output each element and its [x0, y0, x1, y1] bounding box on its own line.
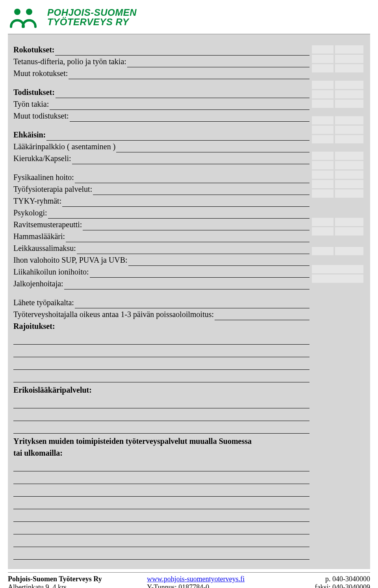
table-cell[interactable] — [335, 55, 363, 63]
table-cell[interactable] — [312, 247, 334, 255]
form-right-column — [312, 44, 370, 560]
blank-line[interactable] — [55, 47, 309, 56]
fys-item-9: Jalkojenhoitaja: — [13, 278, 63, 289]
table-cell[interactable] — [335, 90, 363, 98]
lahete-line2: Työterveyshoitajalla oikeus antaa 1-3 pä… — [13, 308, 214, 320]
table-cell[interactable] — [312, 171, 334, 179]
table-cell[interactable] — [335, 100, 363, 108]
table-cell[interactable] — [312, 275, 363, 283]
blank-line[interactable] — [13, 534, 309, 547]
blank-line[interactable] — [13, 370, 309, 382]
fys-item-7: Ihon valohoito SUP, PUVA ja UVB: — [13, 254, 128, 266]
table-cell[interactable] — [335, 45, 363, 54]
table-cell[interactable] — [312, 55, 334, 63]
table-cell[interactable] — [335, 161, 363, 169]
table-cell[interactable] — [312, 45, 334, 54]
form-left-column: Rokotukset: Tetanus-difteria, polio ja t… — [13, 44, 312, 560]
logo: POHJOIS-SUOMEN TYÖTERVEYS RY — [8, 6, 137, 28]
blank-line[interactable] — [56, 90, 309, 98]
blank-line[interactable] — [75, 175, 309, 183]
table-cell[interactable] — [312, 90, 334, 98]
table-cell[interactable] — [335, 180, 363, 188]
blank-line[interactable] — [83, 222, 309, 230]
footer: Pohjois-Suomen Työterveys Ry Albertinkat… — [8, 573, 370, 588]
footer-company: Pohjois-Suomen Työterveys Ry — [8, 575, 119, 583]
blank-line[interactable] — [46, 132, 309, 141]
fys-item-1: Työfysioterapia palvelut: — [13, 183, 92, 195]
blank-line[interactable] — [70, 113, 309, 122]
footer-web-link[interactable]: www.pohjois-suomentyoterveys.fi — [147, 575, 245, 583]
table-cell[interactable] — [335, 189, 363, 198]
fys-item-4: Ravitsemusterapeutti: — [13, 219, 82, 230]
svg-point-1 — [26, 9, 32, 15]
blank-line[interactable] — [72, 156, 309, 164]
blank-line[interactable] — [90, 269, 309, 278]
table-cell[interactable] — [335, 227, 363, 236]
blank-line[interactable] — [66, 234, 309, 242]
blank-line[interactable] — [62, 198, 309, 207]
blank-line[interactable] — [13, 547, 309, 560]
table-cell[interactable] — [312, 100, 334, 108]
table-cell[interactable] — [312, 135, 334, 143]
blank-line[interactable] — [13, 471, 309, 484]
table-cell[interactable] — [335, 135, 363, 143]
footer-divider — [8, 572, 370, 573]
blank-line[interactable] — [13, 408, 309, 421]
fys-item-6: Leikkaussalimaksu: — [13, 242, 76, 254]
blank-line[interactable] — [93, 187, 309, 195]
table-cell[interactable] — [312, 227, 334, 236]
fys-item-5: Hammaslääkäri: — [13, 230, 65, 242]
table-cell[interactable] — [312, 116, 334, 124]
table-cell[interactable] — [312, 218, 334, 226]
lahete-line1: Lähete työpaikalta: — [13, 297, 74, 308]
rokotukset-item-1: Muut rokotukset: — [13, 67, 68, 79]
blank-line[interactable] — [48, 210, 309, 219]
footer-fax: faksi: 040-3040009 — [259, 583, 370, 588]
blank-line[interactable] — [116, 144, 309, 152]
rokotukset-title: Rokotukset: — [13, 44, 54, 56]
table-cell[interactable] — [312, 180, 334, 188]
rokotukset-item-0: Tetanus-difteria, polio ja työn takia: — [13, 56, 126, 67]
blank-line[interactable] — [13, 497, 309, 509]
todistukset-item-1: Muut todistukset: — [13, 110, 69, 122]
blank-line[interactable] — [128, 258, 309, 266]
table-cell[interactable] — [335, 218, 363, 226]
form-area: Rokotukset: Tetanus-difteria, polio ja t… — [8, 34, 370, 569]
blank-line[interactable] — [13, 332, 309, 345]
blank-line[interactable] — [127, 59, 309, 67]
table-cell[interactable] — [335, 81, 363, 89]
table-cell[interactable] — [335, 116, 363, 124]
blank-line[interactable] — [215, 312, 309, 320]
blank-line[interactable] — [69, 71, 309, 79]
svg-point-0 — [14, 9, 20, 15]
table-cell[interactable] — [312, 126, 334, 134]
table-cell[interactable] — [312, 152, 334, 160]
blank-line[interactable] — [13, 345, 309, 357]
table-cell[interactable] — [312, 161, 334, 169]
table-cell[interactable] — [335, 126, 363, 134]
blank-line[interactable] — [13, 509, 309, 522]
blank-line[interactable] — [50, 102, 309, 110]
table-cell[interactable] — [335, 64, 363, 72]
table-cell[interactable] — [312, 81, 334, 89]
blank-line[interactable] — [77, 246, 309, 254]
table-cell[interactable] — [335, 152, 363, 160]
fys-item-3: Psykologi: — [13, 207, 47, 219]
footer-phone: p. 040-3040000 — [259, 575, 370, 583]
yrityksen-l2: tai ulkomailla: — [13, 449, 63, 457]
blank-line[interactable] — [13, 421, 309, 434]
blank-line[interactable] — [13, 357, 309, 370]
blank-line[interactable] — [13, 522, 309, 534]
blank-line[interactable] — [13, 484, 309, 497]
blank-line[interactable] — [75, 300, 309, 308]
blank-line[interactable] — [13, 459, 309, 471]
blank-line[interactable] — [13, 396, 309, 408]
table-cell[interactable] — [312, 64, 334, 72]
blank-line[interactable] — [64, 281, 309, 289]
table-cell[interactable] — [312, 189, 334, 198]
table-cell[interactable] — [335, 171, 363, 179]
footer-addr1: Albertinkatu 9, 4.krs — [8, 583, 119, 588]
fys-item-2: TYKY-ryhmät: — [13, 195, 61, 207]
table-cell[interactable] — [312, 265, 363, 273]
table-cell[interactable] — [335, 247, 363, 255]
